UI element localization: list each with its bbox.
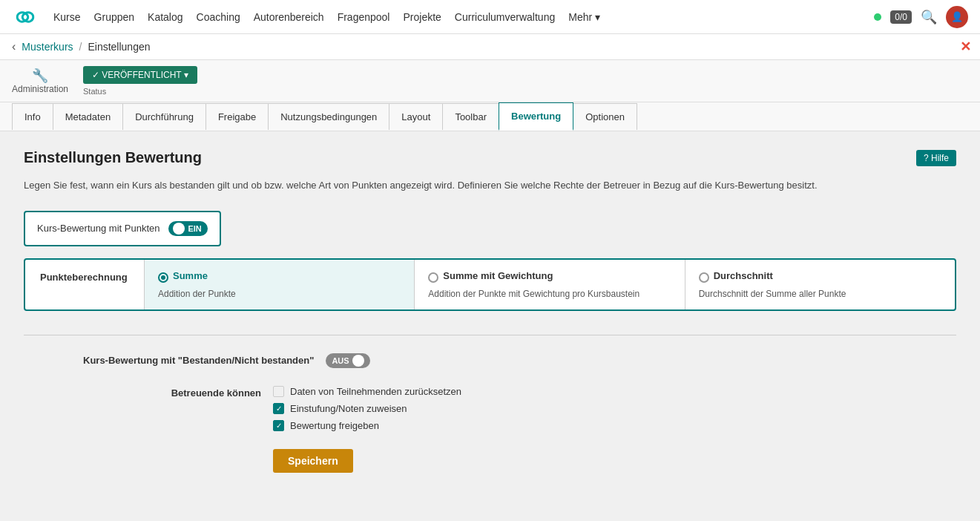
tab-info[interactable]: Info [12, 103, 53, 130]
logo[interactable] [12, 4, 39, 30]
checkbox-zuruecksetzen-label: Daten von Teilnehmenden zurücksetzen [290, 386, 461, 397]
summe-desc: Addition der Punkte [158, 289, 401, 299]
status-label: Status [83, 87, 106, 96]
tab-layout[interactable]: Layout [389, 103, 443, 130]
nav-right: 0/0 🔍 👤 [874, 6, 968, 28]
tab-nutzungsbedingungen[interactable]: Nutzungsbedingungen [268, 103, 389, 130]
gewichtung-desc: Addition der Punkte mit Gewichtung pro K… [428, 289, 671, 299]
passfail-section: Kurs-Bewertung mit "Bestanden/Nicht best… [24, 353, 956, 368]
section-divider [24, 335, 956, 335]
status-dot [874, 13, 881, 21]
toggle-off-knob [352, 355, 364, 367]
kurs-bewertung-toggle-section: Kurs-Bewertung mit Punkten EIN [24, 211, 221, 246]
radio-summe[interactable] [158, 272, 168, 283]
radio-row-gewichtung: Summe mit Gewichtung [428, 270, 671, 286]
nav-coaching[interactable]: Coaching [197, 11, 240, 23]
page-description: Legen Sie fest, wann ein Kurs als bestan… [24, 178, 956, 193]
breadcrumb-back-button[interactable]: ‹ [12, 40, 16, 53]
close-icon[interactable]: ✕ [960, 39, 971, 55]
radio-gewichtung[interactable] [428, 272, 438, 283]
passfail-label: Kurs-Bewertung mit "Bestanden/Nicht best… [83, 355, 314, 366]
checkbox-row-2: Bewertung freigeben [273, 420, 461, 431]
tab-metadaten[interactable]: Metadaten [53, 103, 123, 130]
nav-kurse[interactable]: Kurse [53, 11, 81, 23]
nav-fragenpool[interactable]: Fragenpool [338, 11, 390, 23]
punkteberechnung-label: Punkteberechnung [25, 260, 144, 295]
wrench-icon: 🔧 [32, 68, 48, 84]
nav-autorenbereich[interactable]: Autorenbereich [254, 11, 324, 23]
nav-curriculum[interactable]: Curriculumverwaltung [455, 11, 555, 23]
administration-label: Administration [12, 84, 68, 94]
punkteberechnung-options: Summe Addition der Punkte Summe mit Gewi… [144, 260, 955, 309]
durchschnitt-title: Durchschnitt [714, 270, 773, 281]
option-summe[interactable]: Summe Addition der Punkte [144, 260, 414, 309]
nav-projekte[interactable]: Projekte [403, 11, 441, 23]
kurs-bewertung-toggle[interactable]: EIN [168, 221, 207, 236]
save-button[interactable]: Speichern [273, 449, 353, 473]
administration-button[interactable]: 🔧 Administration [12, 68, 68, 94]
toolbar-bar: 🔧 Administration ✓ VERÖFFENTLICHT ▾ Stat… [0, 60, 980, 102]
durchschnitt-desc: Durchschnitt der Summe aller Punkte [699, 289, 941, 299]
page-title: Einstellungen Bewertung [24, 149, 202, 166]
toggle-on-text: EIN [188, 224, 201, 233]
nav-links: Kurse Gruppen Katalog Coaching Autorenbe… [53, 11, 859, 23]
gewichtung-title: Summe mit Gewichtung [443, 270, 553, 281]
breadcrumb-bar: ‹ Musterkurs / Einstellungen ✕ [0, 34, 980, 60]
checkbox-row-1: Einstufung/Noten zuweisen [273, 403, 461, 414]
supervisors-section: Betreuende können Daten von Teilnehmende… [24, 386, 956, 431]
checkbox-bewertung-label: Bewertung freigeben [290, 420, 379, 431]
punkteberechnung-section: Punkteberechnung Summe Addition der Punk… [24, 258, 956, 311]
tab-bar: Info Metadaten Durchführung Freigabe Nut… [0, 102, 980, 131]
search-icon[interactable]: 🔍 [921, 9, 937, 25]
kurs-bewertung-label: Kurs-Bewertung mit Punkten [37, 223, 160, 234]
supervisors-label: Betreuende können [83, 386, 261, 399]
toggle-knob [173, 223, 185, 235]
status-section: ✓ VERÖFFENTLICHT ▾ Status [83, 66, 197, 96]
checkbox-einstufung-label: Einstufung/Noten zuweisen [290, 403, 407, 414]
hilfe-button[interactable]: ? Hilfe [916, 150, 956, 166]
top-navigation: Kurse Gruppen Katalog Coaching Autorenbe… [0, 0, 980, 34]
toggle-off-text: AUS [332, 356, 349, 365]
nav-gruppen[interactable]: Gruppen [94, 11, 134, 23]
breadcrumb-current: Einstellungen [88, 41, 150, 53]
option-durchschnitt[interactable]: Durchschnitt Durchschnitt der Summe alle… [685, 260, 955, 309]
breadcrumb-separator: / [79, 41, 82, 53]
radio-row-durchschnitt: Durchschnitt [699, 270, 941, 286]
option-summe-gewichtung[interactable]: Summe mit Gewichtung Addition der Punkte… [414, 260, 684, 309]
checkbox-zuruecksetzen[interactable] [273, 386, 284, 397]
nav-katalog[interactable]: Katalog [148, 11, 182, 23]
checkbox-list: Daten von Teilnehmenden zurücksetzen Ein… [273, 386, 461, 431]
tab-toolbar[interactable]: Toolbar [442, 103, 499, 130]
page-header: Einstellungen Bewertung ? Hilfe [24, 149, 956, 166]
checkbox-row-0: Daten von Teilnehmenden zurücksetzen [273, 386, 461, 397]
tab-durchfuehrung[interactable]: Durchführung [122, 103, 206, 130]
radio-row-summe: Summe [158, 270, 401, 286]
checkbox-einstufung[interactable] [273, 403, 284, 414]
nav-mehr[interactable]: Mehr ▾ [568, 11, 600, 23]
nav-score: 0/0 [890, 10, 912, 24]
tab-bewertung[interactable]: Bewertung [499, 102, 573, 131]
breadcrumb-parent[interactable]: Musterkurs [22, 41, 73, 53]
summe-title: Summe [173, 270, 208, 281]
publish-status-button[interactable]: ✓ VERÖFFENTLICHT ▾ [83, 66, 197, 84]
radio-durchschnitt[interactable] [699, 272, 709, 283]
avatar[interactable]: 👤 [946, 6, 968, 28]
passfail-toggle[interactable]: AUS [326, 353, 369, 368]
checkbox-bewertung[interactable] [273, 420, 284, 431]
main-content: Einstellungen Bewertung ? Hilfe Legen Si… [0, 131, 980, 519]
tab-optionen[interactable]: Optionen [573, 103, 637, 130]
tab-freigabe[interactable]: Freigabe [205, 103, 269, 130]
